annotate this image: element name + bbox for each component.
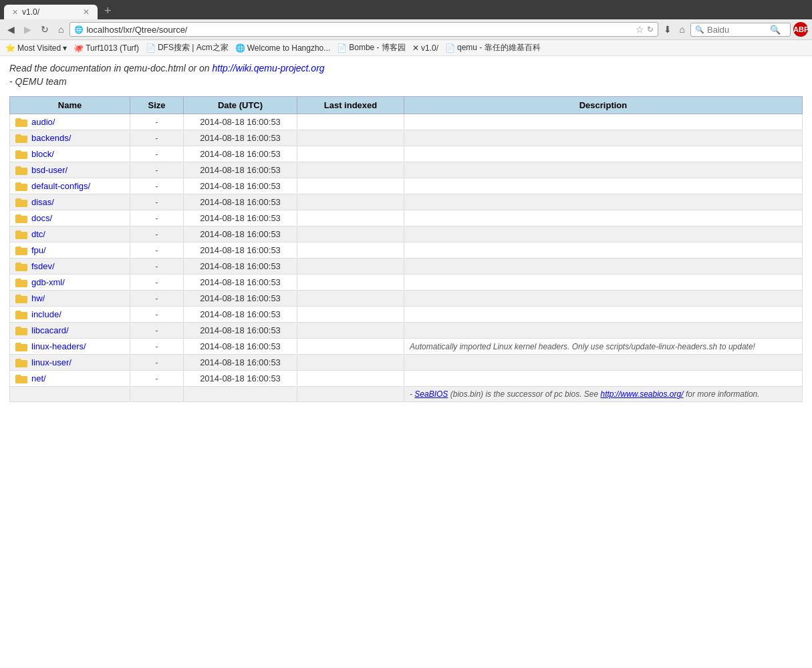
folder-link[interactable]: gdb-xml/	[31, 277, 65, 287]
name-cell: block/	[10, 146, 130, 162]
address-input[interactable]	[86, 25, 632, 35]
last-indexed-cell	[297, 114, 404, 130]
folder-icon	[15, 214, 27, 223]
bookmark-label: Welcome to Hangzho...	[247, 43, 331, 53]
folder-link[interactable]: default-configs/	[31, 181, 90, 191]
size-cell: -	[130, 355, 184, 371]
size-cell: -	[130, 291, 184, 307]
size-cell: -	[130, 323, 184, 339]
browser-chrome: ✕ v1.0/ ✕ +	[0, 0, 812, 19]
name-cell: docs/	[10, 210, 130, 226]
folder-link[interactable]: fpu/	[31, 245, 46, 255]
folder-link[interactable]: disas/	[31, 197, 54, 207]
folder-icon	[15, 294, 27, 303]
description-cell	[404, 242, 803, 259]
name-cell: bsd-user/	[10, 162, 130, 178]
folder-icon	[15, 310, 27, 319]
refresh-button[interactable]: ↻	[37, 23, 52, 36]
bookmark-hangzhou[interactable]: 🌐 Welcome to Hangzho...	[235, 43, 331, 53]
description-cell: - SeaBIOS (bios.bin) is the successor of…	[404, 387, 803, 402]
home-button[interactable]: ⌂	[55, 23, 67, 36]
dropdown-icon: ▾	[63, 43, 67, 53]
tab-close-icon[interactable]: ✕	[83, 7, 90, 17]
bookmark-label: DFS搜索 | Acm之家	[158, 42, 229, 53]
last-indexed-cell	[297, 210, 404, 226]
search-input[interactable]	[707, 25, 767, 35]
table-row: hw/-2014-08-18 16:00:53	[10, 291, 803, 307]
adblock-button[interactable]: ABP	[793, 22, 808, 37]
folder-link[interactable]: dtc/	[31, 229, 45, 239]
seabios-link[interactable]: SeaBIOS	[414, 389, 448, 399]
home-icon-button[interactable]: ⌂	[677, 23, 688, 36]
date-cell: 2014-08-18 16:00:53	[184, 146, 297, 162]
active-tab[interactable]: ✕ v1.0/ ✕	[4, 5, 98, 19]
size-cell: -	[130, 307, 184, 323]
col-header-last: Last indexed	[297, 97, 404, 114]
forward-button[interactable]: ▶	[21, 23, 35, 36]
table-row: dtc/-2014-08-18 16:00:53	[10, 226, 803, 242]
description-cell	[404, 307, 803, 323]
folder-link[interactable]: fsdev/	[31, 261, 55, 271]
col-header-size: Size	[130, 97, 184, 114]
folder-icon	[15, 198, 27, 207]
description-cell: Automatically imported Linux kernel head…	[404, 339, 803, 355]
bookmark-v1[interactable]: ✕ v1.0/	[412, 43, 438, 53]
bookmark-star-icon[interactable]: ☆	[636, 24, 644, 35]
refresh-icon[interactable]: ↻	[647, 25, 654, 34]
folder-link[interactable]: linux-user/	[31, 357, 72, 367]
folder-icon	[15, 246, 27, 255]
bookmark-bombe[interactable]: 📄 Bombe - 博客园	[337, 42, 406, 53]
bookmark-icon: 🌐	[235, 43, 245, 53]
name-cell	[10, 387, 130, 402]
folder-link[interactable]: hw/	[31, 293, 45, 303]
bookmark-qemu[interactable]: 📄 qemu - 靠任的維基百科	[445, 42, 541, 53]
size-cell: -	[130, 226, 184, 242]
date-cell: 2014-08-18 16:00:53	[184, 323, 297, 339]
description-cell	[404, 162, 803, 178]
folder-link[interactable]: net/	[31, 373, 46, 383]
last-indexed-cell	[297, 194, 404, 210]
folder-link[interactable]: include/	[31, 309, 61, 319]
date-cell: 2014-08-18 16:00:53	[184, 259, 297, 275]
doc-link[interactable]: http://wiki.qemu-project.org	[213, 63, 325, 73]
bookmark-label: Bombe - 博客园	[349, 42, 406, 53]
size-cell: -	[130, 130, 184, 146]
description-cell	[404, 226, 803, 242]
folder-link[interactable]: audio/	[31, 117, 55, 127]
back-button[interactable]: ◀	[4, 23, 18, 36]
col-header-name: Name	[10, 97, 130, 114]
folder-link[interactable]: backends/	[31, 133, 71, 143]
date-cell: 2014-08-18 16:00:53	[184, 130, 297, 146]
table-row: gdb-xml/-2014-08-18 16:00:53	[10, 275, 803, 291]
date-cell: 2014-08-18 16:00:53	[184, 210, 297, 226]
folder-link[interactable]: block/	[31, 149, 54, 159]
folder-icon	[15, 150, 27, 159]
description-cell	[404, 291, 803, 307]
table-row: docs/-2014-08-18 16:00:53	[10, 210, 803, 226]
download-button[interactable]: ⬇	[661, 23, 674, 36]
date-cell: 2014-08-18 16:00:53	[184, 162, 297, 178]
team-note: - QEMU team	[9, 76, 803, 87]
bookmark-turf1013[interactable]: 🐙 Turf1013 (Turf)	[74, 43, 139, 53]
tab-favicon: ✕	[12, 8, 18, 17]
folder-link[interactable]: bsd-user/	[31, 165, 67, 175]
folder-icon	[15, 374, 27, 383]
description-cell	[404, 259, 803, 275]
seabios-url-link[interactable]: http://www.seabios.org/	[600, 389, 683, 399]
bookmark-dfs[interactable]: 📄 DFS搜索 | Acm之家	[146, 42, 229, 53]
new-tab-button[interactable]: +	[99, 3, 117, 19]
bookmark-label: Turf1013 (Turf)	[86, 43, 139, 53]
folder-icon	[15, 134, 27, 143]
date-cell: 2014-08-18 16:00:53	[184, 242, 297, 259]
bookmark-icon: 📄	[146, 43, 156, 53]
folder-link[interactable]: linux-headers/	[31, 341, 86, 351]
search-submit-icon[interactable]: 🔍	[770, 25, 781, 35]
bookmark-most-visited[interactable]: ⭐ Most Visited ▾	[5, 43, 67, 53]
folder-link[interactable]: libcacard/	[31, 325, 69, 335]
nav-bar: ◀ ▶ ↻ ⌂ 🌐 ☆ ↻ ⬇ ⌂ 🔍 🔍 ABP	[0, 19, 812, 40]
last-indexed-cell	[297, 162, 404, 178]
size-cell: -	[130, 371, 184, 387]
name-cell: audio/	[10, 114, 130, 130]
folder-link[interactable]: docs/	[31, 213, 52, 223]
table-row: linux-user/-2014-08-18 16:00:53	[10, 355, 803, 371]
